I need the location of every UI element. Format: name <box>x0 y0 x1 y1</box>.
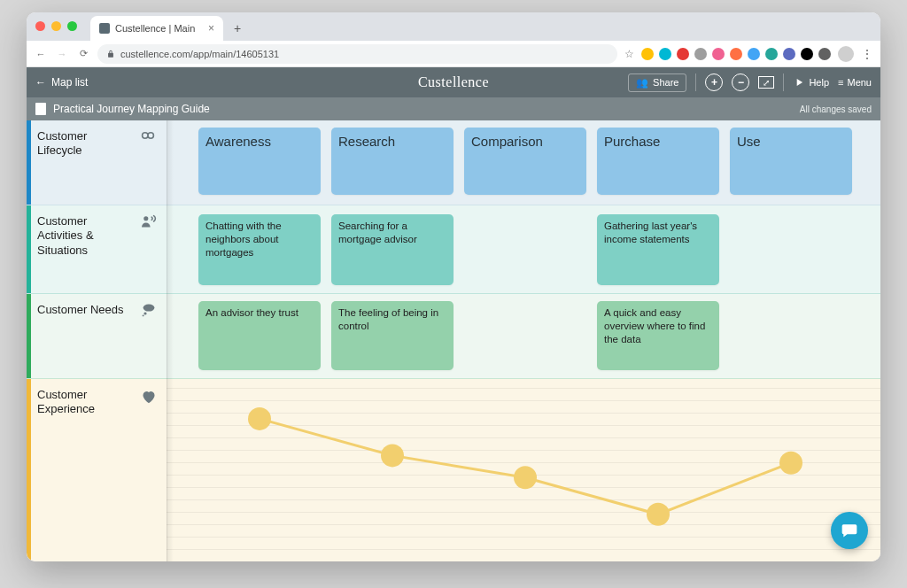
extension-icon[interactable] <box>694 48 707 60</box>
back-button[interactable]: ← <box>34 49 48 59</box>
browser-toolbar: ← → ⟳ custellence.com/app/main/14605131 … <box>27 41 880 67</box>
separator <box>695 74 696 91</box>
play-icon <box>793 76 805 89</box>
experience-point[interactable] <box>248 407 271 430</box>
chrome-menu-button[interactable]: ⋮ <box>861 47 873 61</box>
stage-label: Research <box>338 134 395 149</box>
need-card[interactable]: The feeling of being in control <box>331 301 454 370</box>
activity-card[interactable]: Searching for a mortgage advisor <box>331 214 454 285</box>
activity-cards-area: Chatting with the neighbors about mortga… <box>167 205 880 293</box>
lane-label-area[interactable]: Customer Experience <box>27 379 167 561</box>
lane-label-area[interactable]: Customer Needs <box>27 294 167 378</box>
fullscreen-button[interactable]: ⤢ <box>758 76 774 89</box>
stage-card[interactable]: Purchase <box>597 128 719 195</box>
extension-icon[interactable] <box>801 48 813 60</box>
lock-icon <box>106 50 115 58</box>
stage-card[interactable]: Use <box>730 128 852 195</box>
share-icon: 👥 <box>636 77 648 89</box>
chat-icon <box>841 522 858 539</box>
window-close-button[interactable] <box>35 21 45 31</box>
experience-line-chart[interactable] <box>167 379 880 561</box>
menu-label: Menu <box>847 77 872 88</box>
extension-icon[interactable] <box>730 48 742 60</box>
stage-card[interactable]: Awareness <box>198 128 321 195</box>
lane-label-area[interactable]: Customer Lifecycle <box>27 120 167 205</box>
needs-cards-area: An advisor they trustThe feeling of bein… <box>167 294 880 378</box>
window-minimize-button[interactable] <box>51 21 61 31</box>
svg-point-0 <box>143 216 148 220</box>
address-bar[interactable]: custellence.com/app/main/14605131 <box>97 44 617 64</box>
lane-accent <box>27 120 31 205</box>
arrow-left-icon: ← <box>35 76 46 89</box>
lane-label: Customer Needs <box>37 303 124 317</box>
extension-icon[interactable] <box>818 48 831 60</box>
extension-icon[interactable] <box>765 48 778 60</box>
extension-icon[interactable] <box>677 48 689 60</box>
extension-icon[interactable] <box>659 48 671 60</box>
window-zoom-button[interactable] <box>67 21 77 31</box>
experience-point[interactable] <box>647 503 670 526</box>
stage-label: Comparison <box>471 134 543 149</box>
thought-icon <box>140 303 158 321</box>
stage-label: Awareness <box>205 134 271 149</box>
lane-label: Customer Lifecycle <box>37 129 133 159</box>
favicon-icon <box>99 23 110 34</box>
browser-tab-strip: Custellence | Main × + <box>27 12 880 41</box>
new-tab-button[interactable]: + <box>229 19 246 37</box>
chat-fab[interactable] <box>831 512 868 549</box>
reload-button[interactable]: ⟳ <box>76 48 90 59</box>
journey-canvas[interactable]: Customer Lifecycle AwarenessResearchComp… <box>27 120 880 561</box>
help-button[interactable]: Help <box>793 76 829 89</box>
hamburger-icon: ≡ <box>838 77 843 88</box>
map-title[interactable]: Practical Journey Mapping Guide <box>53 103 210 115</box>
stage-card[interactable]: Comparison <box>464 128 586 195</box>
lane-accent <box>27 205 31 293</box>
stage-label: Use <box>737 134 761 149</box>
svg-point-3 <box>143 314 144 316</box>
map-list-label: Map list <box>51 76 88 89</box>
profile-avatar[interactable] <box>838 46 854 62</box>
stage-cards-area: AwarenessResearchComparisonPurchaseUse <box>167 120 880 205</box>
activity-card[interactable]: Gathering last year's income statements <box>597 214 719 285</box>
experience-point[interactable] <box>514 466 537 489</box>
extension-icon[interactable] <box>748 48 760 60</box>
separator <box>783 74 784 91</box>
url-text: custellence.com/app/main/14605131 <box>120 49 279 59</box>
browser-tab[interactable]: Custellence | Main × <box>90 16 223 41</box>
window-controls <box>35 21 77 31</box>
extension-icon[interactable] <box>641 48 654 60</box>
need-card[interactable]: A quick and easy overview where to find … <box>597 301 719 370</box>
experience-point[interactable] <box>779 452 802 475</box>
lane-label-area[interactable]: Customer Activities & Situations <box>27 205 167 293</box>
tab-close-button[interactable]: × <box>208 22 214 35</box>
stage-card[interactable]: Research <box>331 128 454 195</box>
forward-button[interactable]: → <box>55 49 69 59</box>
need-card[interactable]: An advisor they trust <box>198 301 321 370</box>
experience-chart-area[interactable] <box>167 379 880 561</box>
lane-lifecycle: Customer Lifecycle AwarenessResearchComp… <box>27 120 880 205</box>
app-subheader: Practical Journey Mapping Guide All chan… <box>27 97 880 120</box>
svg-point-2 <box>143 312 146 314</box>
map-list-link[interactable]: ← Map list <box>35 76 88 89</box>
menu-button[interactable]: ≡ Menu <box>838 77 872 88</box>
svg-point-1 <box>143 305 155 312</box>
lane-label: Customer Activities & Situations <box>37 214 135 258</box>
activity-card[interactable]: Chatting with the neighbors about mortga… <box>198 214 321 285</box>
lane-experience: Customer Experience <box>27 379 880 561</box>
bookmark-button[interactable]: ☆ <box>624 48 634 60</box>
experience-point[interactable] <box>381 444 404 467</box>
extension-icon[interactable] <box>783 48 795 60</box>
stage-label: Purchase <box>604 134 660 149</box>
brand-logo: Custellence <box>418 74 489 90</box>
document-icon <box>35 103 46 115</box>
zoom-in-button[interactable]: + <box>705 74 723 91</box>
extension-icon[interactable] <box>712 48 725 60</box>
person-voice-icon <box>140 214 158 232</box>
share-button[interactable]: 👥 Share <box>628 74 686 92</box>
share-label: Share <box>653 77 678 88</box>
help-label: Help <box>809 77 829 88</box>
lane-shadow <box>167 120 174 561</box>
zoom-out-button[interactable]: − <box>732 74 749 91</box>
infinity-icon <box>138 129 158 145</box>
lane-accent <box>27 294 31 378</box>
